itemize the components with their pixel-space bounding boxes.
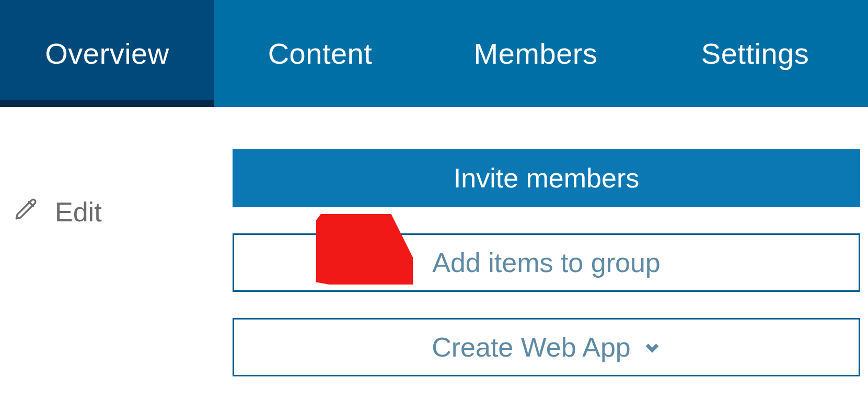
tab-content[interactable]: Content bbox=[214, 0, 426, 107]
add-items-to-group-button[interactable]: Add items to group bbox=[233, 233, 860, 292]
group-nav: Overview Content Members Settings bbox=[0, 0, 868, 107]
invite-members-button[interactable]: Invite members bbox=[233, 149, 860, 207]
create-web-app-button[interactable]: Create Web App bbox=[233, 318, 860, 376]
tab-overview[interactable]: Overview bbox=[0, 0, 214, 107]
pencil-icon bbox=[13, 196, 39, 228]
edit-thumbnail-label: Edit bbox=[55, 196, 102, 228]
chevron-down-icon bbox=[643, 338, 661, 356]
invite-members-label: Invite members bbox=[454, 162, 639, 194]
edit-thumbnail-link[interactable]: Edit bbox=[13, 196, 102, 228]
tab-members-label: Members bbox=[474, 37, 598, 70]
overview-panel: Edit Invite members Add items to group C… bbox=[0, 107, 868, 402]
tab-overview-label: Overview bbox=[45, 37, 169, 70]
tab-members[interactable]: Members bbox=[426, 0, 645, 107]
action-button-stack: Invite members Add items to group Create… bbox=[233, 149, 860, 376]
tab-settings-label: Settings bbox=[701, 37, 809, 70]
add-items-to-group-label: Add items to group bbox=[432, 247, 660, 278]
tab-settings[interactable]: Settings bbox=[645, 0, 865, 107]
create-web-app-label: Create Web App bbox=[432, 332, 631, 363]
tab-content-label: Content bbox=[268, 37, 373, 70]
